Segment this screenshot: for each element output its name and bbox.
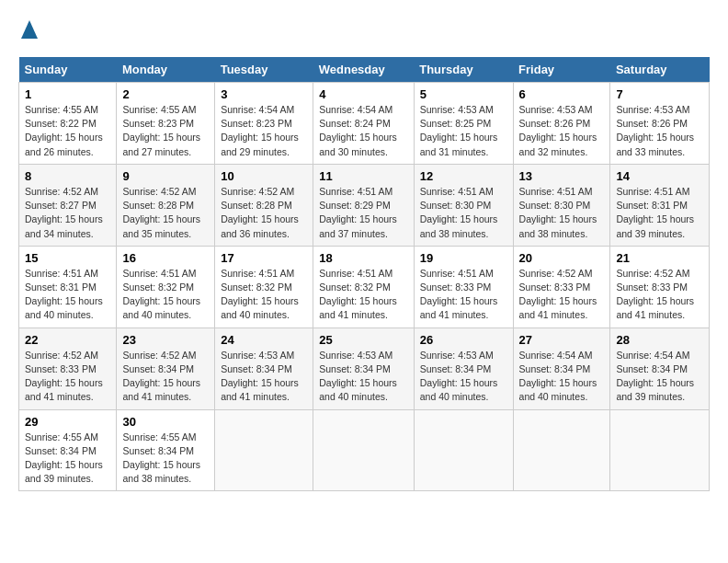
day-of-week-wednesday: Wednesday [313,57,414,83]
calendar-cell: 15Sunrise: 4:51 AMSunset: 8:31 PMDayligh… [19,246,117,327]
calendar-cell: 3Sunrise: 4:54 AMSunset: 8:23 PMDaylight… [215,83,313,165]
day-number: 30 [122,415,209,429]
day-number: 22 [25,333,110,347]
logo-triangle-icon [21,20,38,42]
calendar-cell: 26Sunrise: 4:53 AMSunset: 8:34 PMDayligh… [414,327,513,409]
day-info: Sunrise: 4:54 AMSunset: 8:34 PMDaylight:… [616,349,703,405]
day-info: Sunrise: 4:51 AMSunset: 8:31 PMDaylight:… [25,267,110,323]
day-info: Sunrise: 4:52 AMSunset: 8:33 PMDaylight:… [25,349,110,405]
day-info: Sunrise: 4:51 AMSunset: 8:32 PMDaylight:… [122,267,209,323]
svg-marker-0 [21,20,38,39]
day-number: 8 [25,169,110,183]
day-number: 28 [616,333,703,347]
calendar-cell: 22Sunrise: 4:52 AMSunset: 8:33 PMDayligh… [19,327,117,409]
calendar-header-row: SundayMondayTuesdayWednesdayThursdayFrid… [19,57,710,83]
day-info: Sunrise: 4:51 AMSunset: 8:29 PMDaylight:… [319,185,407,241]
day-number: 14 [616,169,703,183]
day-info: Sunrise: 4:55 AMSunset: 8:34 PMDaylight:… [122,431,209,487]
calendar-cell: 23Sunrise: 4:52 AMSunset: 8:34 PMDayligh… [117,327,215,409]
page-header [18,18,710,42]
calendar-cell: 24Sunrise: 4:53 AMSunset: 8:34 PMDayligh… [215,327,313,409]
day-info: Sunrise: 4:55 AMSunset: 8:34 PMDaylight:… [25,431,110,487]
calendar-cell: 4Sunrise: 4:54 AMSunset: 8:24 PMDaylight… [313,83,414,165]
calendar-week-row: 15Sunrise: 4:51 AMSunset: 8:31 PMDayligh… [19,246,710,327]
day-info: Sunrise: 4:51 AMSunset: 8:32 PMDaylight:… [221,267,307,323]
day-number: 6 [519,87,605,101]
day-number: 12 [420,169,507,183]
calendar-cell [313,409,414,491]
calendar-cell: 28Sunrise: 4:54 AMSunset: 8:34 PMDayligh… [610,327,710,409]
day-info: Sunrise: 4:52 AMSunset: 8:28 PMDaylight:… [122,185,209,241]
day-info: Sunrise: 4:53 AMSunset: 8:34 PMDaylight:… [420,349,507,405]
calendar-cell: 13Sunrise: 4:51 AMSunset: 8:30 PMDayligh… [513,164,610,246]
calendar-cell: 16Sunrise: 4:51 AMSunset: 8:32 PMDayligh… [117,246,215,327]
calendar-cell: 5Sunrise: 4:53 AMSunset: 8:25 PMDaylight… [414,83,513,165]
day-info: Sunrise: 4:54 AMSunset: 8:34 PMDaylight:… [519,349,605,405]
calendar-cell [215,409,313,491]
day-info: Sunrise: 4:52 AMSunset: 8:33 PMDaylight:… [616,267,703,323]
calendar-cell: 25Sunrise: 4:53 AMSunset: 8:34 PMDayligh… [313,327,414,409]
day-number: 4 [319,87,407,101]
day-number: 10 [221,169,307,183]
day-of-week-monday: Monday [117,57,215,83]
calendar-week-row: 29Sunrise: 4:55 AMSunset: 8:34 PMDayligh… [19,409,710,491]
day-of-week-saturday: Saturday [610,57,710,83]
day-of-week-sunday: Sunday [19,57,117,83]
calendar-cell: 1Sunrise: 4:55 AMSunset: 8:22 PMDaylight… [19,83,117,165]
day-info: Sunrise: 4:52 AMSunset: 8:27 PMDaylight:… [25,185,110,241]
day-info: Sunrise: 4:51 AMSunset: 8:30 PMDaylight:… [519,185,605,241]
day-info: Sunrise: 4:53 AMSunset: 8:26 PMDaylight:… [616,103,703,159]
day-number: 2 [122,87,209,101]
day-info: Sunrise: 4:54 AMSunset: 8:23 PMDaylight:… [221,103,307,159]
day-of-week-tuesday: Tuesday [215,57,313,83]
day-number: 27 [519,333,605,347]
day-number: 9 [122,169,209,183]
calendar-table: SundayMondayTuesdayWednesdayThursdayFrid… [18,57,710,491]
day-info: Sunrise: 4:51 AMSunset: 8:30 PMDaylight:… [420,185,507,241]
calendar-week-row: 1Sunrise: 4:55 AMSunset: 8:22 PMDaylight… [19,83,710,165]
logo [18,18,38,42]
day-number: 19 [420,251,507,265]
calendar-cell: 6Sunrise: 4:53 AMSunset: 8:26 PMDaylight… [513,83,610,165]
calendar-cell: 19Sunrise: 4:51 AMSunset: 8:33 PMDayligh… [414,246,513,327]
day-number: 17 [221,251,307,265]
calendar-cell: 11Sunrise: 4:51 AMSunset: 8:29 PMDayligh… [313,164,414,246]
calendar-cell: 9Sunrise: 4:52 AMSunset: 8:28 PMDaylight… [117,164,215,246]
day-info: Sunrise: 4:52 AMSunset: 8:28 PMDaylight:… [221,185,307,241]
calendar-cell: 27Sunrise: 4:54 AMSunset: 8:34 PMDayligh… [513,327,610,409]
calendar-cell: 17Sunrise: 4:51 AMSunset: 8:32 PMDayligh… [215,246,313,327]
day-number: 1 [25,87,110,101]
calendar-cell: 10Sunrise: 4:52 AMSunset: 8:28 PMDayligh… [215,164,313,246]
calendar-cell: 18Sunrise: 4:51 AMSunset: 8:32 PMDayligh… [313,246,414,327]
day-info: Sunrise: 4:53 AMSunset: 8:34 PMDaylight:… [319,349,407,405]
calendar-cell: 7Sunrise: 4:53 AMSunset: 8:26 PMDaylight… [610,83,710,165]
day-number: 7 [616,87,703,101]
day-number: 13 [519,169,605,183]
day-number: 20 [519,251,605,265]
day-info: Sunrise: 4:55 AMSunset: 8:22 PMDaylight:… [25,103,110,159]
day-number: 16 [122,251,209,265]
day-info: Sunrise: 4:52 AMSunset: 8:33 PMDaylight:… [519,267,605,323]
day-number: 29 [25,415,110,429]
calendar-cell: 29Sunrise: 4:55 AMSunset: 8:34 PMDayligh… [19,409,117,491]
day-number: 24 [221,333,307,347]
day-info: Sunrise: 4:51 AMSunset: 8:31 PMDaylight:… [616,185,703,241]
day-number: 18 [319,251,407,265]
calendar-cell [513,409,610,491]
day-info: Sunrise: 4:55 AMSunset: 8:23 PMDaylight:… [122,103,209,159]
calendar-cell: 8Sunrise: 4:52 AMSunset: 8:27 PMDaylight… [19,164,117,246]
day-number: 5 [420,87,507,101]
calendar-cell: 30Sunrise: 4:55 AMSunset: 8:34 PMDayligh… [117,409,215,491]
day-info: Sunrise: 4:52 AMSunset: 8:34 PMDaylight:… [122,349,209,405]
day-number: 23 [122,333,209,347]
day-number: 26 [420,333,507,347]
calendar-cell [610,409,710,491]
day-of-week-thursday: Thursday [414,57,513,83]
day-number: 15 [25,251,110,265]
day-number: 3 [221,87,307,101]
calendar-cell: 14Sunrise: 4:51 AMSunset: 8:31 PMDayligh… [610,164,710,246]
day-info: Sunrise: 4:53 AMSunset: 8:34 PMDaylight:… [221,349,307,405]
day-number: 21 [616,251,703,265]
day-info: Sunrise: 4:51 AMSunset: 8:32 PMDaylight:… [319,267,407,323]
day-info: Sunrise: 4:54 AMSunset: 8:24 PMDaylight:… [319,103,407,159]
